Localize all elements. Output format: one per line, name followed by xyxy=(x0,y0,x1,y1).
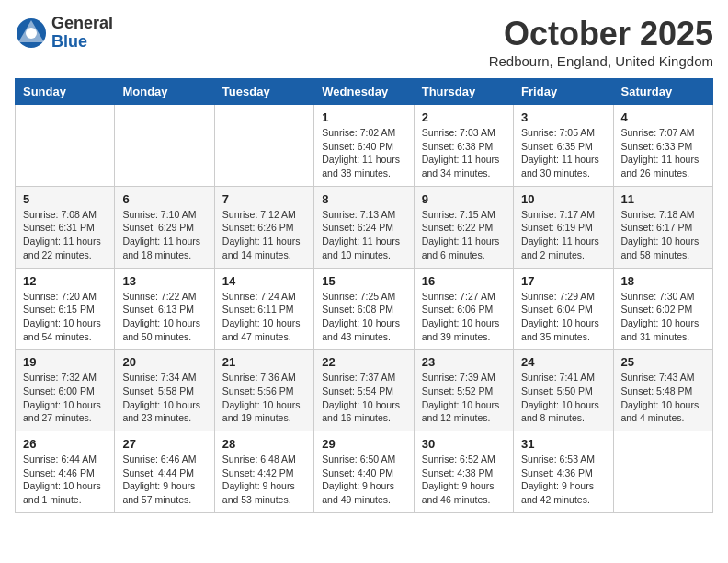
day-number: 18 xyxy=(621,274,705,288)
svg-point-2 xyxy=(26,28,37,39)
day-info: Sunrise: 7:34 AM Sunset: 5:58 PM Dayligh… xyxy=(122,371,206,425)
day-number: 27 xyxy=(122,437,206,451)
day-info: Sunrise: 7:36 AM Sunset: 5:56 PM Dayligh… xyxy=(222,371,306,425)
location: Redbourn, England, United Kingdom xyxy=(489,53,713,69)
day-number: 14 xyxy=(222,274,306,288)
day-number: 12 xyxy=(23,274,107,288)
day-of-week-header: Friday xyxy=(514,79,613,105)
day-number: 15 xyxy=(322,274,405,288)
day-number: 10 xyxy=(521,192,605,206)
logo-blue: Blue xyxy=(51,33,113,52)
day-number: 25 xyxy=(621,355,705,369)
day-info: Sunrise: 7:07 AM Sunset: 6:33 PM Dayligh… xyxy=(621,126,705,180)
calendar-cell: 12Sunrise: 7:20 AM Sunset: 6:15 PM Dayli… xyxy=(16,268,115,350)
calendar-cell: 30Sunrise: 6:52 AM Sunset: 4:38 PM Dayli… xyxy=(414,431,513,513)
calendar-cell: 28Sunrise: 6:48 AM Sunset: 4:42 PM Dayli… xyxy=(214,431,313,513)
day-number: 22 xyxy=(322,355,405,369)
day-of-week-header: Wednesday xyxy=(314,79,414,105)
day-number: 11 xyxy=(621,192,705,206)
day-number: 9 xyxy=(422,192,506,206)
calendar-cell: 22Sunrise: 7:37 AM Sunset: 5:54 PM Dayli… xyxy=(314,350,414,431)
day-info: Sunrise: 6:46 AM Sunset: 4:44 PM Dayligh… xyxy=(122,453,206,507)
calendar-cell: 24Sunrise: 7:41 AM Sunset: 5:50 PM Dayli… xyxy=(514,350,613,431)
logo-general: General xyxy=(51,15,113,33)
calendar-cell: 8Sunrise: 7:13 AM Sunset: 6:24 PM Daylig… xyxy=(314,186,414,268)
day-of-week-header: Tuesday xyxy=(214,79,313,105)
day-number: 5 xyxy=(23,192,107,206)
calendar: SundayMondayTuesdayWednesdayThursdayFrid… xyxy=(15,78,713,513)
day-info: Sunrise: 7:13 AM Sunset: 6:24 PM Dayligh… xyxy=(322,208,405,262)
calendar-cell: 1Sunrise: 7:02 AM Sunset: 6:40 PM Daylig… xyxy=(314,105,414,187)
header-row: SundayMondayTuesdayWednesdayThursdayFrid… xyxy=(16,79,713,105)
day-info: Sunrise: 7:20 AM Sunset: 6:15 PM Dayligh… xyxy=(23,290,107,344)
day-info: Sunrise: 7:29 AM Sunset: 6:04 PM Dayligh… xyxy=(521,290,605,344)
day-info: Sunrise: 6:50 AM Sunset: 4:40 PM Dayligh… xyxy=(322,453,405,507)
day-info: Sunrise: 7:39 AM Sunset: 5:52 PM Dayligh… xyxy=(422,371,506,425)
day-info: Sunrise: 6:53 AM Sunset: 4:36 PM Dayligh… xyxy=(521,453,605,507)
day-info: Sunrise: 7:18 AM Sunset: 6:17 PM Dayligh… xyxy=(621,208,705,262)
calendar-cell: 26Sunrise: 6:44 AM Sunset: 4:46 PM Dayli… xyxy=(16,431,115,513)
day-of-week-header: Saturday xyxy=(613,79,712,105)
day-number: 24 xyxy=(521,355,605,369)
logo-icon xyxy=(15,17,48,50)
calendar-cell: 29Sunrise: 6:50 AM Sunset: 4:40 PM Dayli… xyxy=(314,431,414,513)
calendar-cell: 9Sunrise: 7:15 AM Sunset: 6:22 PM Daylig… xyxy=(414,186,513,268)
day-number: 29 xyxy=(322,437,405,451)
calendar-cell: 7Sunrise: 7:12 AM Sunset: 6:26 PM Daylig… xyxy=(214,186,313,268)
day-number: 31 xyxy=(521,437,605,451)
day-info: Sunrise: 7:37 AM Sunset: 5:54 PM Dayligh… xyxy=(322,371,405,425)
day-info: Sunrise: 7:03 AM Sunset: 6:38 PM Dayligh… xyxy=(422,126,506,180)
calendar-cell: 15Sunrise: 7:25 AM Sunset: 6:08 PM Dayli… xyxy=(314,268,414,350)
day-info: Sunrise: 7:02 AM Sunset: 6:40 PM Dayligh… xyxy=(322,126,405,180)
day-number: 23 xyxy=(422,355,506,369)
calendar-cell: 10Sunrise: 7:17 AM Sunset: 6:19 PM Dayli… xyxy=(514,186,613,268)
calendar-cell: 13Sunrise: 7:22 AM Sunset: 6:13 PM Dayli… xyxy=(115,268,214,350)
calendar-cell: 5Sunrise: 7:08 AM Sunset: 6:31 PM Daylig… xyxy=(16,186,115,268)
day-number: 30 xyxy=(422,437,506,451)
week-row: 19Sunrise: 7:32 AM Sunset: 6:00 PM Dayli… xyxy=(16,350,713,431)
calendar-cell: 11Sunrise: 7:18 AM Sunset: 6:17 PM Dayli… xyxy=(613,186,712,268)
day-info: Sunrise: 6:52 AM Sunset: 4:38 PM Dayligh… xyxy=(422,453,506,507)
day-number: 21 xyxy=(222,355,306,369)
day-number: 6 xyxy=(122,192,206,206)
day-info: Sunrise: 7:27 AM Sunset: 6:06 PM Dayligh… xyxy=(422,290,506,344)
calendar-cell: 20Sunrise: 7:34 AM Sunset: 5:58 PM Dayli… xyxy=(115,350,214,431)
logo: General Blue xyxy=(15,15,113,52)
calendar-cell: 18Sunrise: 7:30 AM Sunset: 6:02 PM Dayli… xyxy=(613,268,712,350)
calendar-cell: 19Sunrise: 7:32 AM Sunset: 6:00 PM Dayli… xyxy=(16,350,115,431)
day-info: Sunrise: 7:30 AM Sunset: 6:02 PM Dayligh… xyxy=(621,290,705,344)
day-info: Sunrise: 7:17 AM Sunset: 6:19 PM Dayligh… xyxy=(521,208,605,262)
day-info: Sunrise: 7:32 AM Sunset: 6:00 PM Dayligh… xyxy=(23,371,107,425)
day-number: 1 xyxy=(322,110,405,124)
page: General Blue October 2025 Redbourn, Engl… xyxy=(0,0,728,528)
calendar-cell xyxy=(613,431,712,513)
day-info: Sunrise: 7:10 AM Sunset: 6:29 PM Dayligh… xyxy=(122,208,206,262)
calendar-cell xyxy=(214,105,313,187)
day-info: Sunrise: 7:22 AM Sunset: 6:13 PM Dayligh… xyxy=(122,290,206,344)
title-block: October 2025 Redbourn, England, United K… xyxy=(489,15,713,69)
day-number: 7 xyxy=(222,192,306,206)
calendar-cell: 6Sunrise: 7:10 AM Sunset: 6:29 PM Daylig… xyxy=(115,186,214,268)
week-row: 12Sunrise: 7:20 AM Sunset: 6:15 PM Dayli… xyxy=(16,268,713,350)
day-number: 2 xyxy=(422,110,506,124)
logo-text: General Blue xyxy=(51,15,113,52)
day-info: Sunrise: 7:05 AM Sunset: 6:35 PM Dayligh… xyxy=(521,126,605,180)
day-number: 13 xyxy=(122,274,206,288)
calendar-cell: 2Sunrise: 7:03 AM Sunset: 6:38 PM Daylig… xyxy=(414,105,513,187)
day-info: Sunrise: 7:12 AM Sunset: 6:26 PM Dayligh… xyxy=(222,208,306,262)
day-number: 8 xyxy=(322,192,405,206)
day-number: 28 xyxy=(222,437,306,451)
day-info: Sunrise: 6:48 AM Sunset: 4:42 PM Dayligh… xyxy=(222,453,306,507)
calendar-cell: 3Sunrise: 7:05 AM Sunset: 6:35 PM Daylig… xyxy=(514,105,613,187)
calendar-cell: 4Sunrise: 7:07 AM Sunset: 6:33 PM Daylig… xyxy=(613,105,712,187)
day-number: 19 xyxy=(23,355,107,369)
calendar-cell: 14Sunrise: 7:24 AM Sunset: 6:11 PM Dayli… xyxy=(214,268,313,350)
day-number: 16 xyxy=(422,274,506,288)
day-number: 4 xyxy=(621,110,705,124)
calendar-cell: 17Sunrise: 7:29 AM Sunset: 6:04 PM Dayli… xyxy=(514,268,613,350)
day-info: Sunrise: 7:41 AM Sunset: 5:50 PM Dayligh… xyxy=(521,371,605,425)
calendar-cell xyxy=(115,105,214,187)
calendar-cell: 31Sunrise: 6:53 AM Sunset: 4:36 PM Dayli… xyxy=(514,431,613,513)
day-of-week-header: Sunday xyxy=(16,79,115,105)
calendar-cell: 27Sunrise: 6:46 AM Sunset: 4:44 PM Dayli… xyxy=(115,431,214,513)
